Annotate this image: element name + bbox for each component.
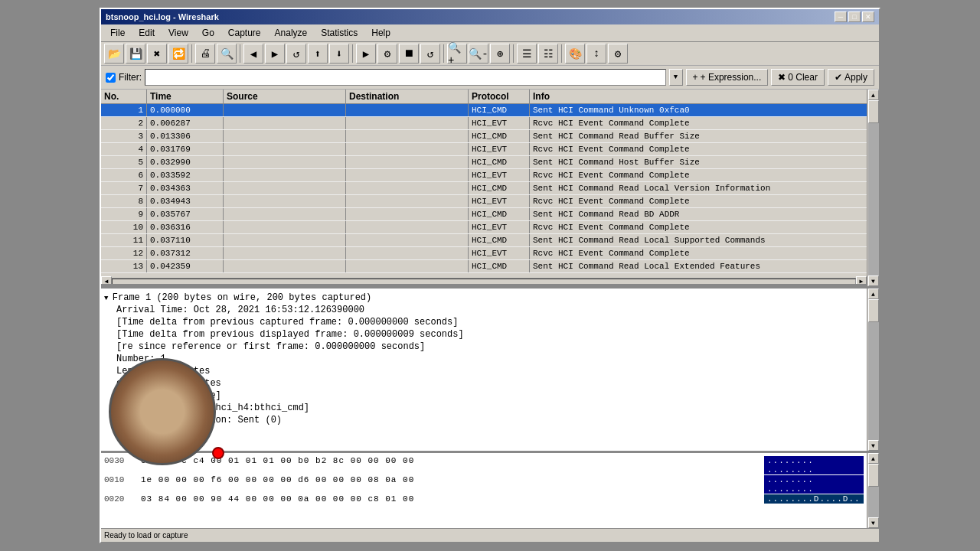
window-title: btsnoop_hci.log - Wireshark xyxy=(106,12,219,21)
hscroll-left[interactable]: ◀ xyxy=(101,276,112,287)
detail-vscroll-down[interactable]: ▼ xyxy=(868,440,879,451)
hex-vscroll-track[interactable] xyxy=(868,464,879,517)
filter-input[interactable] xyxy=(145,69,666,86)
table-row[interactable]: 8 0.034943 HCI_EVT Rcvc HCI Event Comman… xyxy=(101,195,867,208)
header-source: Source xyxy=(224,90,346,103)
menubar: File Edit View Go Capture Analyze Statis… xyxy=(101,24,879,42)
capture-interfaces-button[interactable]: ▶ xyxy=(356,44,376,64)
titlebar: btsnoop_hci.log - Wireshark ─ □ ✕ xyxy=(101,9,879,24)
restart-capture-button[interactable]: ↺ xyxy=(420,44,440,64)
menu-statistics[interactable]: Statistics xyxy=(315,26,364,40)
hex-vscroll-thumb[interactable] xyxy=(868,464,879,487)
capture-options-button[interactable]: ⚙ xyxy=(377,44,397,64)
expression-icon: + xyxy=(693,72,698,83)
clear-button[interactable]: ✖ 0 Clear xyxy=(771,69,825,86)
hex-content-area: 0030 01 a0 fc c4 00 01 01 01 00 b0 b2 8c… xyxy=(101,453,867,528)
table-row[interactable]: 3 0.013306 HCI_CMD Sent HCI Command Read… xyxy=(101,130,867,143)
webcam-overlay xyxy=(109,358,216,465)
last-button[interactable]: ⬇ xyxy=(329,44,349,64)
menu-file[interactable]: File xyxy=(104,26,131,40)
menu-go[interactable]: Go xyxy=(196,26,220,40)
packet-detail-content: Frame 1 (200 bytes on wire, 200 bytes ca… xyxy=(101,289,867,451)
detail-row: Arrival Time: Oct 28, 2021 16:53:12.1263… xyxy=(104,304,864,316)
packet-list-hscrollbar[interactable]: ◀ ▶ xyxy=(101,278,867,284)
detail-row: [Time delta from previous captured frame… xyxy=(104,316,864,328)
menu-analyze[interactable]: Analyze xyxy=(269,26,314,40)
table-row[interactable]: 12 0.037312 HCI_EVT Rcvc HCI Event Comma… xyxy=(101,247,867,260)
record-indicator xyxy=(212,447,224,459)
hex-vscroll-up[interactable]: ▲ xyxy=(868,453,879,464)
toolbar-sep-2 xyxy=(240,44,240,63)
table-row[interactable]: 4 0.031769 HCI_EVT Rcvc HCI Event Comman… xyxy=(101,143,867,156)
filter-checkbox[interactable] xyxy=(106,73,116,83)
packet-detail-button[interactable]: ☷ xyxy=(538,44,558,64)
hex-vscrollbar[interactable]: ▲ ▼ xyxy=(867,453,879,528)
hscroll-right[interactable]: ▶ xyxy=(856,276,867,287)
menu-help[interactable]: Help xyxy=(365,26,397,40)
detail-vscroll-up[interactable]: ▲ xyxy=(868,289,879,299)
forward-button[interactable]: ▶ xyxy=(265,44,285,64)
filter-dropdown-button[interactable]: ▼ xyxy=(669,69,683,86)
zoom-out-button[interactable]: 🔍- xyxy=(469,44,488,64)
hex-data: 0030 01 a0 fc c4 00 01 01 01 00 b0 b2 8c… xyxy=(101,453,867,507)
table-row[interactable]: 1 0.000000 HCI_CMD Sent HCI Command Unkn… xyxy=(101,104,867,117)
detail-vscroll-thumb[interactable] xyxy=(868,299,879,322)
menu-edit[interactable]: Edit xyxy=(132,26,161,40)
apply-button[interactable]: ✔ Apply xyxy=(828,69,874,86)
find-button[interactable]: 🔍 xyxy=(217,44,237,64)
time-reference: [re since reference or first frame: 0.00… xyxy=(116,341,425,352)
packet-list-vscrollbar[interactable]: ▲ ▼ xyxy=(867,90,879,286)
frame-detail-row[interactable]: Frame 1 (200 bytes on wire, 200 bytes ca… xyxy=(104,292,864,304)
vscroll-up[interactable]: ▲ xyxy=(868,90,879,100)
save-button[interactable]: 💾 xyxy=(126,44,145,64)
table-row[interactable]: 5 0.032990 HCI_CMD Sent HCI Command Host… xyxy=(101,156,867,169)
menu-view[interactable]: View xyxy=(162,26,194,40)
table-row[interactable]: 9 0.035767 HCI_CMD Sent HCI Command Read… xyxy=(101,208,867,221)
apply-icon: ✔ xyxy=(835,72,842,83)
maximize-button[interactable]: □ xyxy=(848,11,861,22)
open-button[interactable]: 📂 xyxy=(104,44,124,64)
menu-capture[interactable]: Capture xyxy=(222,26,267,40)
hex-bytes: 1e 00 00 00 f6 00 00 00 00 d6 00 00 00 0… xyxy=(141,475,758,494)
auto-scroll-button[interactable]: ↕ xyxy=(586,44,606,64)
print-button[interactable]: 🖨 xyxy=(195,44,215,64)
toolbar: 📂 💾 ✖ 🔁 🖨 🔍 ◀ ▶ ↺ ⬆ ⬇ ▶ ⚙ ⏹ ↺ 🔍+ 🔍- ⊕ ☰ … xyxy=(101,42,879,66)
packet-list-button[interactable]: ☰ xyxy=(517,44,537,64)
hex-row: 0020 03 84 00 00 90 44 00 00 00 0a 00 00… xyxy=(104,494,864,504)
detail-vscroll-track[interactable] xyxy=(868,299,879,440)
hex-offset: 0020 xyxy=(104,494,135,504)
vscroll-down[interactable]: ▼ xyxy=(868,276,879,286)
preferences-button[interactable]: ⚙ xyxy=(608,44,628,64)
apply-label: Apply xyxy=(844,72,867,83)
detail-pane: Frame 1 (200 bytes on wire, 200 bytes ca… xyxy=(101,289,879,453)
content-area: No. Time Source Destination Protocol Inf… xyxy=(101,90,879,528)
minimize-button[interactable]: ─ xyxy=(835,11,847,22)
reload-button[interactable]: 🔁 xyxy=(168,44,188,64)
table-row[interactable]: 10 0.036316 HCI_EVT Rcvc HCI Event Comma… xyxy=(101,221,867,234)
vscroll-track[interactable] xyxy=(868,100,879,276)
header-no: No. xyxy=(101,90,147,103)
close-button[interactable]: ✕ xyxy=(862,11,874,22)
detail-row: Length: 200 bytes xyxy=(104,365,864,377)
hex-vscroll-down[interactable]: ▼ xyxy=(868,517,879,528)
zoom-in-button[interactable]: 🔍+ xyxy=(447,44,467,64)
first-button[interactable]: ⬆ xyxy=(308,44,328,64)
expression-button[interactable]: + + Expression... xyxy=(686,69,769,86)
table-row[interactable]: 13 0.042359 HCI_CMD Sent HCI Command Rea… xyxy=(101,260,867,273)
hscroll-track[interactable] xyxy=(112,279,856,285)
vscroll-thumb[interactable] xyxy=(868,100,879,123)
table-row[interactable]: 2 0.006287 HCI_EVT Rcvc HCI Event Comman… xyxy=(101,117,867,130)
table-row[interactable]: 6 0.033592 HCI_EVT Rcvc HCI Event Comman… xyxy=(101,169,867,182)
detail-vscrollbar[interactable]: ▲ ▼ xyxy=(867,289,879,451)
goto-button[interactable]: ↺ xyxy=(286,44,306,64)
hex-ascii: ........D....D.. xyxy=(764,494,864,504)
colorize-button[interactable]: 🎨 xyxy=(565,44,585,64)
back-button[interactable]: ◀ xyxy=(243,44,263,64)
zoom-reset-button[interactable]: ⊕ xyxy=(490,44,510,64)
frame-detail-text: Frame 1 (200 bytes on wire, 200 bytes ca… xyxy=(113,292,371,303)
close-capture-button[interactable]: ✖ xyxy=(147,44,167,64)
stop-capture-button[interactable]: ⏹ xyxy=(399,44,419,64)
toolbar-sep-3 xyxy=(352,44,353,63)
table-row[interactable]: 7 0.034363 HCI_CMD Sent HCI Command Read… xyxy=(101,182,867,195)
table-row[interactable]: 11 0.037110 HCI_CMD Sent HCI Command Rea… xyxy=(101,234,867,247)
